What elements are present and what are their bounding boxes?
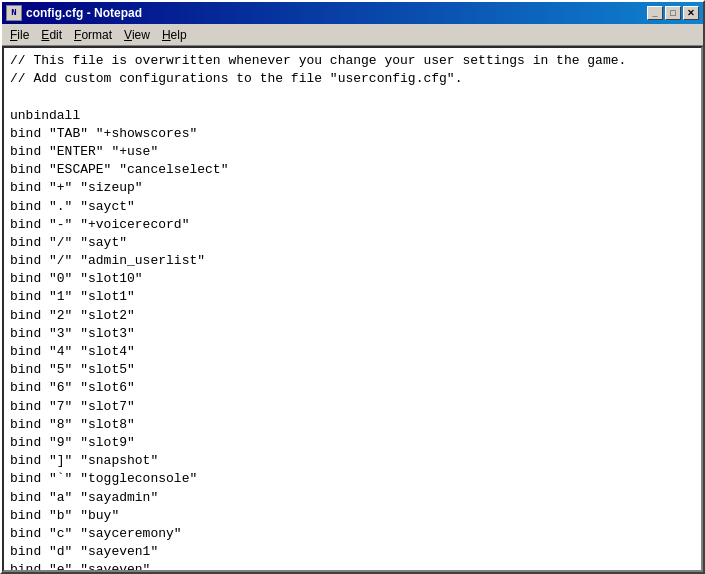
text-editor[interactable]: // This file is overwritten whenever you… [2,46,703,572]
menu-bar: File Edit Format View Help [2,24,703,46]
title-buttons: _ □ ✕ [647,6,699,20]
main-window: N config.cfg - Notepad _ □ ✕ File Edit F… [0,0,705,574]
content-area: // This file is overwritten whenever you… [2,46,703,572]
close-button[interactable]: ✕ [683,6,699,20]
menu-file[interactable]: File [4,26,35,44]
menu-help[interactable]: Help [156,26,193,44]
title-bar: N config.cfg - Notepad _ □ ✕ [2,2,703,24]
menu-edit[interactable]: Edit [35,26,68,44]
menu-view[interactable]: View [118,26,156,44]
window-title: config.cfg - Notepad [26,6,142,20]
menu-format[interactable]: Format [68,26,118,44]
minimize-button[interactable]: _ [647,6,663,20]
app-icon: N [6,5,22,21]
title-bar-left: N config.cfg - Notepad [6,5,142,21]
maximize-button[interactable]: □ [665,6,681,20]
